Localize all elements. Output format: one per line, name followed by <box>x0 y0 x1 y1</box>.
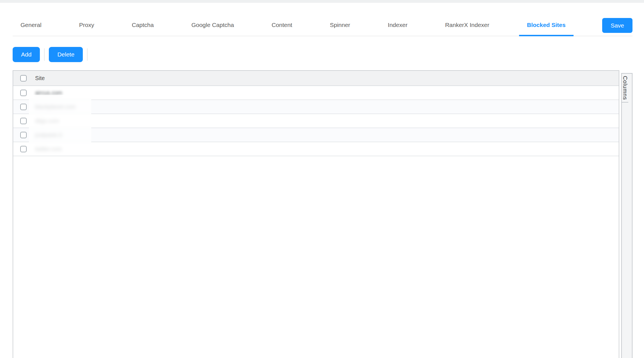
columns-side-panel: Columns <box>621 73 632 358</box>
site-column-header: Site <box>35 75 45 81</box>
table-row[interactable]: justpaste.it <box>13 128 619 142</box>
site-cell: aircus.com <box>35 90 62 96</box>
site-cell: twitter.com <box>35 146 62 152</box>
tab-spinner[interactable]: Spinner <box>322 21 358 36</box>
blocked-sites-toolbar: Add Delete <box>13 47 644 62</box>
table-row[interactable]: twitter.com <box>13 142 619 156</box>
tab-google-captcha[interactable]: Google Captcha <box>184 21 242 36</box>
delete-button[interactable]: Delete <box>49 47 83 62</box>
table-row[interactable]: diigo.com <box>13 114 619 128</box>
add-button[interactable]: Add <box>13 47 40 62</box>
window-top-strip <box>0 0 644 3</box>
settings-page: General Proxy Captcha Google Captcha Con… <box>0 3 644 358</box>
blocked-sites-table: Site aircus.com blackplanet.com diigo.co… <box>13 70 619 358</box>
columns-panel-toggle[interactable]: Columns <box>622 74 628 103</box>
site-cell: diigo.com <box>35 118 59 124</box>
tab-proxy[interactable]: Proxy <box>71 21 102 36</box>
site-cell: justpaste.it <box>35 132 62 138</box>
row-checkbox[interactable] <box>20 132 27 138</box>
table-header-row: Site <box>13 71 619 86</box>
site-cell: blackplanet.com <box>35 104 76 110</box>
save-button[interactable]: Save <box>602 18 632 33</box>
settings-tabbar: General Proxy Captcha Google Captcha Con… <box>13 3 632 36</box>
tab-general[interactable]: General <box>13 21 49 36</box>
tab-blocked-sites[interactable]: Blocked Sites <box>519 21 574 36</box>
tab-rankerx-indexer[interactable]: RankerX Indexer <box>437 21 497 36</box>
tab-indexer[interactable]: Indexer <box>380 21 415 36</box>
tab-captcha[interactable]: Captcha <box>124 21 161 36</box>
table-row[interactable]: blackplanet.com <box>13 100 619 114</box>
tab-content[interactable]: Content <box>264 21 300 36</box>
toolbar-separator <box>44 48 45 61</box>
select-all-checkbox[interactable] <box>20 75 27 81</box>
row-checkbox[interactable] <box>20 104 27 110</box>
table-row[interactable]: aircus.com <box>13 86 619 100</box>
row-checkbox[interactable] <box>20 118 27 124</box>
row-checkbox[interactable] <box>20 146 27 152</box>
row-checkbox[interactable] <box>20 90 27 96</box>
toolbar-separator <box>87 48 88 61</box>
